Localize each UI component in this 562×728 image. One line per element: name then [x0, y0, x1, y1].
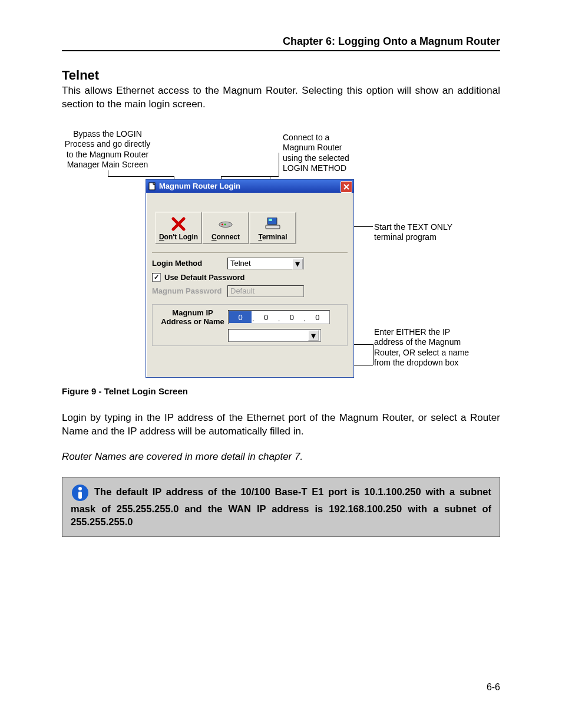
- figure-area: Bypass the LOGIN Process and go directly…: [62, 129, 500, 383]
- login-method-label: Login Method: [152, 259, 223, 268]
- terminal-label: Terminal: [258, 233, 287, 241]
- svg-point-8: [78, 487, 82, 490]
- connect-label: Connect: [211, 233, 240, 241]
- svg-point-3: [224, 223, 226, 225]
- dialog-separator: [152, 252, 348, 253]
- figure-caption: Figure 9 - Telnet Login Screen: [62, 386, 500, 396]
- paragraph-router-names-note: Router Names are covered in more detail …: [62, 450, 500, 464]
- router-name-select[interactable]: [228, 329, 321, 342]
- use-default-password-label: Use Default Password: [164, 273, 245, 282]
- password-label: Magnum Password: [152, 286, 223, 295]
- svg-point-2: [222, 223, 223, 225]
- svg-rect-9: [78, 492, 82, 499]
- login-method-select[interactable]: [227, 258, 304, 269]
- dialog-title-text: Magnum Router Login: [159, 182, 240, 190]
- ip-octet-1[interactable]: [229, 311, 252, 323]
- use-default-password-checkbox[interactable]: ✓: [152, 273, 161, 282]
- callout-terminal: Start the TEXT ONLY terminal program: [374, 222, 462, 243]
- connect-button[interactable]: Connect: [202, 212, 249, 244]
- info-box: The default IP address of the 10/100 Bas…: [62, 477, 500, 538]
- chevron-down-icon: ▾: [308, 330, 319, 341]
- callout-bypass: Bypass the LOGIN Process and go directly…: [62, 129, 153, 170]
- info-icon: [71, 483, 90, 502]
- ip-address-input[interactable]: . . .: [228, 310, 330, 324]
- ip-octet-2[interactable]: [255, 311, 277, 323]
- info-text: The default IP address of the 10/100 Bas…: [71, 486, 491, 527]
- x-icon: [171, 216, 186, 232]
- callout-ip: Enter EITHER the IP address of the Magnu…: [374, 327, 471, 368]
- svg-rect-6: [266, 225, 280, 229]
- section-intro: This allows Ethernet access to the Magnu…: [62, 84, 500, 111]
- section-title: Telnet: [62, 68, 500, 83]
- window-icon: [148, 182, 157, 190]
- terminal-button[interactable]: Terminal: [249, 212, 296, 244]
- close-button[interactable]: [340, 181, 352, 193]
- ip-octet-3[interactable]: [280, 311, 303, 323]
- callout-connect: Connect to a Magnum Router using the sel…: [283, 133, 362, 174]
- paragraph-login-instructions: Login by typing in the IP address of the…: [62, 411, 500, 439]
- chapter-header: Chapter 6: Logging Onto a Magnum Router: [62, 35, 500, 48]
- svg-rect-5: [269, 219, 272, 221]
- header-rule: [62, 50, 500, 51]
- dialog-titlebar: Magnum Router Login: [146, 180, 353, 193]
- ip-address-label: Magnum IP Address or Name: [157, 308, 228, 327]
- page-number: 6-6: [487, 682, 500, 693]
- login-dialog: Magnum Router Login Don't Login: [146, 179, 354, 378]
- modem-icon: [218, 216, 233, 232]
- password-input: [227, 285, 304, 297]
- close-icon: [343, 184, 349, 190]
- terminal-icon: [265, 216, 280, 232]
- ip-octet-4[interactable]: [306, 311, 329, 323]
- dont-login-label: Don't Login: [159, 233, 198, 241]
- dont-login-button[interactable]: Don't Login: [155, 212, 202, 244]
